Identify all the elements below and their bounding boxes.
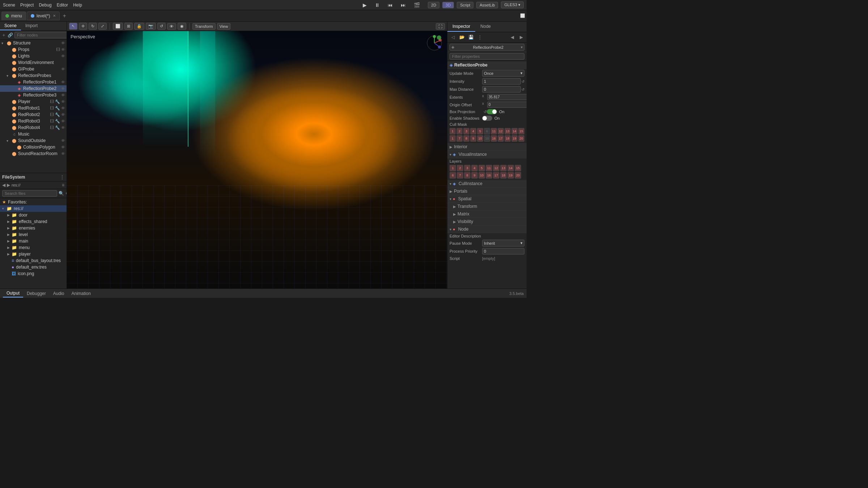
inspector-filter-input[interactable] — [450, 53, 524, 60]
cull-cell-13[interactable]: 13 — [505, 128, 511, 134]
cull-cell-7[interactable]: 7 — [456, 135, 463, 142]
layer-cell-3[interactable]: 3 — [464, 165, 471, 171]
visible-button[interactable]: 👁 — [167, 23, 176, 30]
fs-item-level[interactable]: ▶ 📁 level — [0, 231, 67, 238]
view-button[interactable]: View — [217, 23, 231, 30]
layer-cell-7[interactable]: 7 — [457, 172, 463, 179]
fullscreen-button[interactable]: ⛶ — [436, 23, 445, 30]
rotate-tool-button[interactable]: ↻ — [89, 23, 97, 30]
2d-button[interactable]: 2D — [428, 2, 439, 8]
tab-close-level[interactable]: ✕ — [53, 14, 56, 18]
snap-button[interactable]: ⊞ — [124, 23, 133, 30]
tree-item-worldenv[interactable]: ⬤ WorldEnvironment — [0, 59, 67, 66]
insp-prev-icon[interactable]: ◀ — [508, 33, 516, 41]
tree-item-reflprobes[interactable]: ▾ ⬤ ReflectionProbes — [0, 72, 67, 79]
tree-item-rr3[interactable]: ⬤ RedRobot3 🎞 🔧 👁 — [0, 118, 67, 124]
reflection-probe-section-header[interactable]: ◈ ReflectionProbe — [447, 61, 527, 69]
layer-cell-11[interactable]: 11 — [486, 165, 492, 171]
cull-cell-12[interactable]: 12 — [498, 128, 504, 134]
cull-cell-17[interactable]: 17 — [498, 135, 504, 142]
scene-play-button[interactable]: ⏭ — [401, 2, 406, 8]
tree-item-player[interactable]: ⬤ Player 🎞 🔧 👁 — [0, 98, 67, 105]
layer-cell-6[interactable]: 6 — [450, 172, 456, 179]
menu-scene[interactable]: Scene — [3, 3, 15, 8]
layer-cell-5[interactable]: 5 — [478, 165, 485, 171]
layer-cell-12[interactable]: 12 — [493, 165, 499, 171]
enable-shadows-switch[interactable] — [482, 116, 492, 121]
node-selector-dropdown[interactable]: ◈ ReflectionProbe2 ▾ — [450, 44, 524, 51]
cull-cell-1b[interactable]: 1 — [450, 135, 456, 142]
tab-level[interactable]: level(*) ✕ — [27, 12, 60, 20]
tree-item-rp2[interactable]: ◈ ReflectionProbe2 👁 — [0, 85, 67, 92]
transform-subsection[interactable]: ▶ Transform — [447, 203, 527, 210]
spatial-section[interactable]: ▾ ● Spatial — [447, 195, 527, 203]
update-mode-dropdown[interactable]: Once ▾ — [482, 70, 524, 77]
tree-item-sound-reactor[interactable]: ⬤ SoundReactorRoom 👁 — [0, 150, 67, 157]
fs-options-icon[interactable]: ⋮ — [60, 175, 64, 180]
tree-item-rr1[interactable]: ⬤ RedRobot1 🎞 🔧 👁 — [0, 105, 67, 111]
move-tool-button[interactable]: ✛ — [79, 23, 87, 30]
tree-item-rr4[interactable]: ⬤ RedRobot4 🎞 🔧 👁 — [0, 124, 67, 131]
pause-button[interactable]: ⏸ — [375, 2, 380, 8]
cull-cell-15[interactable]: 15 — [518, 128, 524, 134]
intensity-reset-icon[interactable]: ↺ — [522, 80, 524, 84]
fs-item-effects[interactable]: ▶ 📁 effects_shared — [0, 218, 67, 225]
cull-cell-16[interactable]: 16 — [491, 135, 497, 142]
portals-section[interactable]: ▶ Portals — [447, 188, 527, 195]
link-node-icon[interactable]: 🔗 — [8, 33, 13, 38]
cull-cell-19[interactable]: 19 — [511, 135, 518, 142]
tree-item-props[interactable]: ⬤ Props 🎞 👁 — [0, 46, 67, 53]
tab-menu[interactable]: menu — [1, 12, 26, 20]
script-value-container[interactable]: [empty] — [482, 256, 524, 261]
menu-help[interactable]: Help — [73, 3, 82, 8]
tab-import[interactable]: Import — [21, 22, 42, 30]
cull-cell-20[interactable]: 20 — [518, 135, 524, 142]
menu-editor[interactable]: Editor — [57, 3, 68, 8]
assetlib-button[interactable]: AssetLib — [476, 2, 498, 8]
layer-cell-2[interactable]: 2 — [457, 165, 463, 171]
add-node-icon[interactable]: ＋ — [1, 32, 6, 38]
fs-search-icon[interactable]: 🔍 — [59, 191, 64, 196]
fs-back-button[interactable]: ◀ — [2, 183, 5, 188]
bottom-tab-animation[interactable]: Animation — [68, 290, 94, 297]
cull-cell-2[interactable]: 2 — [456, 128, 463, 134]
fs-forward-button[interactable]: ▶ — [7, 183, 10, 188]
cull-cell-8[interactable]: 8 — [463, 135, 469, 142]
layer-cell-13[interactable]: 13 — [500, 165, 507, 171]
cull-cell-11[interactable]: 11 — [491, 128, 497, 134]
layer-cell-8[interactable]: 8 — [464, 172, 471, 179]
layer-cell-14[interactable]: 14 — [507, 165, 514, 171]
shader-button[interactable]: ◉ — [178, 23, 186, 30]
fs-item-menu[interactable]: ▶ 📁 menu — [0, 244, 67, 251]
insp-open-icon[interactable]: 📂 — [458, 33, 466, 41]
tab-inspector[interactable]: Inspector — [447, 22, 475, 32]
cull-cell-6[interactable]: 6 — [484, 128, 490, 134]
layer-cell-1[interactable]: 1 — [450, 165, 456, 171]
tab-scene[interactable]: Scene — [0, 22, 21, 30]
layer-cell-9[interactable]: 9 — [471, 172, 478, 179]
lock-button[interactable]: 🔒 — [134, 23, 144, 30]
fs-layout-icon[interactable]: ≡ — [62, 183, 64, 188]
tree-item-giprobe[interactable]: ⬤ GIProbe 👁 — [0, 66, 67, 72]
play-button[interactable]: ▶ — [363, 2, 367, 8]
cull-cell-3[interactable]: 3 — [463, 128, 469, 134]
menu-project[interactable]: Project — [20, 3, 34, 8]
layer-cell-17[interactable]: 17 — [493, 172, 499, 179]
fs-item-res[interactable]: ▾ 📁 res:// — [0, 205, 67, 212]
tree-item-structure[interactable]: ▾ ⬤ Structure 👁 — [0, 40, 67, 46]
node-section[interactable]: ▾ ● Node — [447, 226, 527, 233]
cull-cell-18[interactable]: 18 — [505, 135, 511, 142]
fs-item-player[interactable]: ▶ 📁 player — [0, 251, 67, 257]
intensity-input[interactable] — [482, 78, 521, 85]
tree-item-rp1[interactable]: ◈ ReflectionProbe1 👁 — [0, 79, 67, 85]
cull-cell-5[interactable]: 5 — [477, 128, 483, 134]
fs-item-door[interactable]: ▶ 📁 door — [0, 212, 67, 218]
movie-button[interactable]: 🎬 — [414, 2, 420, 8]
pause-mode-dropdown[interactable]: Inherit ▾ — [482, 240, 524, 247]
cull-cell-14[interactable]: 14 — [511, 128, 518, 134]
enable-shadows-toggle[interactable]: On — [482, 116, 524, 121]
process-priority-input[interactable] — [482, 248, 524, 254]
viewport-gizmo[interactable] — [425, 34, 443, 52]
cull-cell-4[interactable]: 4 — [470, 128, 476, 134]
scale-tool-button[interactable]: ⤢ — [98, 23, 107, 30]
